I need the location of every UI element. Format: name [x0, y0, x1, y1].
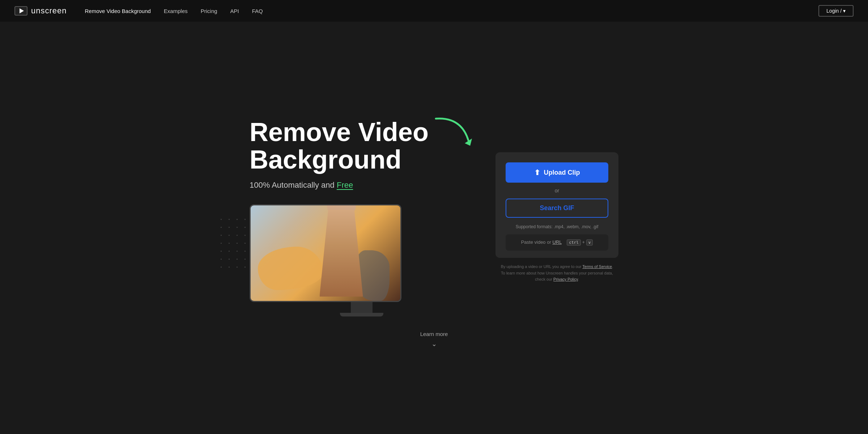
- logo-icon: [14, 6, 27, 16]
- nav-api[interactable]: API: [230, 8, 239, 14]
- terms-text: By uploading a video or URL you agree to…: [495, 264, 618, 283]
- monitor-stand: [351, 302, 373, 313]
- formats-text: Supported formats: .mp4, .webm, .mov, .g…: [506, 223, 608, 229]
- paste-url-link[interactable]: URL: [552, 239, 562, 245]
- hero-subtitle: 100% Automatically and Free: [250, 180, 474, 190]
- learn-more[interactable]: Learn more ⌄: [420, 316, 448, 359]
- nav-links: Remove Video Background Examples Pricing…: [85, 8, 819, 14]
- title-wrapper: Remove Video Background: [250, 119, 429, 180]
- logo-text: unscreen: [31, 6, 67, 16]
- terms-of-service-link[interactable]: Terms of Service: [582, 264, 612, 269]
- hero-right: ⬆ Upload Clip or Search GIF Supported fo…: [495, 152, 618, 283]
- navbar: unscreen Remove Video Background Example…: [0, 0, 868, 22]
- blob-orange: [258, 247, 323, 290]
- nav-right: Login / ▾: [818, 5, 854, 17]
- nav-pricing[interactable]: Pricing: [201, 8, 217, 14]
- v-key: v: [586, 239, 593, 246]
- chevron-down-icon: ⌄: [420, 340, 448, 348]
- person-body: [320, 210, 363, 297]
- search-gif-button[interactable]: Search GIF: [506, 199, 608, 218]
- curved-arrow-icon: [432, 115, 476, 148]
- upload-clip-button[interactable]: ⬆ Upload Clip: [506, 162, 608, 183]
- action-panel: ⬆ Upload Clip or Search GIF Supported fo…: [495, 152, 618, 258]
- nav-examples[interactable]: Examples: [164, 8, 188, 14]
- nav-remove-video-bg[interactable]: Remove Video Background: [85, 8, 151, 14]
- logo[interactable]: unscreen: [14, 6, 67, 16]
- hero-left: Remove Video Background 100% Automatical…: [250, 119, 474, 316]
- monitor: [250, 204, 401, 302]
- or-divider: or: [506, 188, 608, 193]
- hero-section: Remove Video Background 100% Automatical…: [0, 0, 868, 434]
- ctrl-key: ctrl: [567, 239, 581, 246]
- paste-area[interactable]: Paste video or URL ctrl + v: [506, 234, 608, 251]
- nav-faq[interactable]: FAQ: [252, 8, 263, 14]
- monitor-wrapper: [250, 204, 474, 316]
- person-silhouette: [320, 205, 363, 301]
- upload-icon: ⬆: [534, 168, 540, 177]
- privacy-policy-link[interactable]: Privacy Policy: [553, 277, 578, 281]
- hero-title: Remove Video Background: [250, 119, 429, 173]
- monitor-base: [340, 313, 383, 316]
- hero-content: Remove Video Background 100% Automatical…: [217, 104, 651, 316]
- video-preview: [251, 205, 400, 301]
- login-button[interactable]: Login / ▾: [818, 5, 854, 17]
